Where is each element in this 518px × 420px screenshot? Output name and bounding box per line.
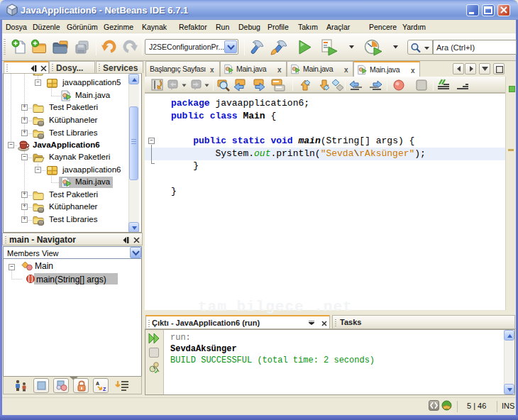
svg-text:Z: Z <box>103 387 106 392</box>
svg-text:A: A <box>96 381 99 386</box>
